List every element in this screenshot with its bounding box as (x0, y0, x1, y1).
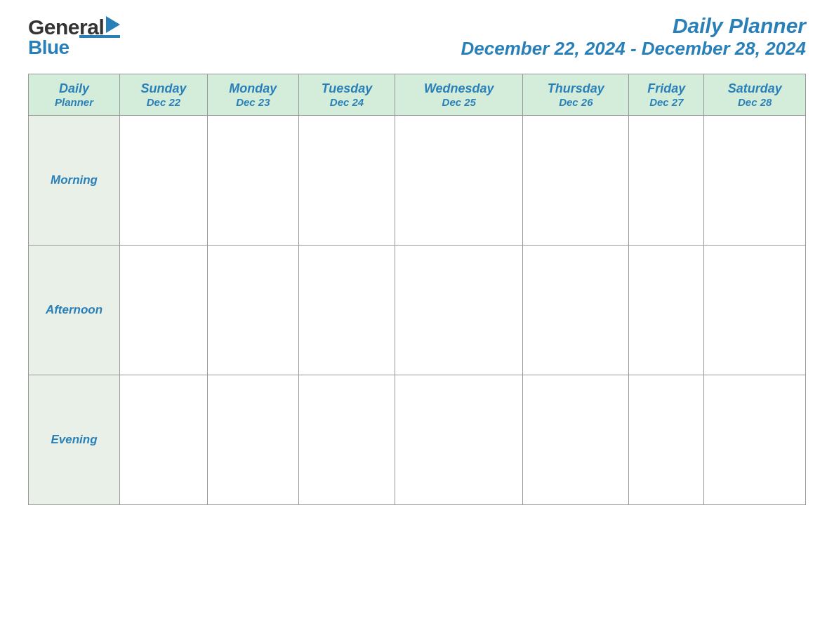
morning-wednesday[interactable] (395, 116, 523, 246)
evening-thursday[interactable] (523, 375, 629, 505)
table-row-afternoon: Afternoon (29, 246, 806, 375)
header-wednesday: Wednesday Dec 25 (395, 74, 523, 116)
header-daily-planner: Daily Planner (29, 74, 120, 116)
header-saturday: Saturday Dec 28 (704, 74, 806, 116)
header-friday: Friday Dec 27 (629, 74, 704, 116)
afternoon-sunday[interactable] (120, 246, 208, 375)
afternoon-thursday[interactable] (523, 246, 629, 375)
table-row-evening: Evening (29, 375, 806, 505)
logo-underline (79, 35, 120, 38)
header-tuesday: Tuesday Dec 24 (298, 74, 395, 116)
evening-label: Evening (29, 375, 120, 505)
afternoon-saturday[interactable] (704, 246, 806, 375)
evening-monday[interactable] (207, 375, 298, 505)
morning-tuesday[interactable] (298, 116, 395, 246)
logo-triangle-icon (106, 16, 120, 33)
afternoon-tuesday[interactable] (298, 246, 395, 375)
morning-thursday[interactable] (523, 116, 629, 246)
morning-saturday[interactable] (704, 116, 806, 246)
evening-tuesday[interactable] (298, 375, 395, 505)
afternoon-monday[interactable] (207, 246, 298, 375)
morning-monday[interactable] (207, 116, 298, 246)
page-header: General Blue Daily Planner December 22, … (28, 14, 806, 60)
morning-friday[interactable] (629, 116, 704, 246)
header-monday: Monday Dec 23 (207, 74, 298, 116)
date-range: December 22, 2024 - December 28, 2024 (461, 38, 806, 60)
table-header-row: Daily Planner Sunday Dec 22 Monday Dec 2… (29, 74, 806, 116)
logo-icon (106, 16, 120, 38)
afternoon-label: Afternoon (29, 246, 120, 375)
title-block: Daily Planner December 22, 2024 - Decemb… (461, 14, 806, 60)
page-title: Daily Planner (461, 14, 806, 38)
header-sunday: Sunday Dec 22 (120, 74, 208, 116)
evening-wednesday[interactable] (395, 375, 523, 505)
planner-table: Daily Planner Sunday Dec 22 Monday Dec 2… (28, 74, 806, 505)
morning-label: Morning (29, 116, 120, 246)
afternoon-wednesday[interactable] (395, 246, 523, 375)
logo: General Blue (28, 15, 120, 59)
table-row-morning: Morning (29, 116, 806, 246)
evening-friday[interactable] (629, 375, 704, 505)
header-thursday: Thursday Dec 26 (523, 74, 629, 116)
evening-sunday[interactable] (120, 375, 208, 505)
afternoon-friday[interactable] (629, 246, 704, 375)
morning-sunday[interactable] (120, 116, 208, 246)
logo-text-blue: Blue (28, 36, 70, 59)
evening-saturday[interactable] (704, 375, 806, 505)
